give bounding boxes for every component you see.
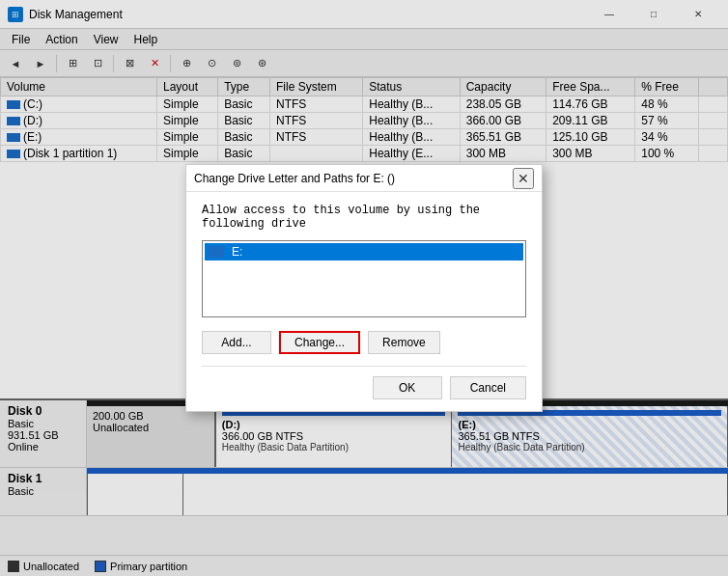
dialog-description: Allow access to this volume by using the… [202,204,526,231]
dialog-title-text: Change Drive Letter and Paths for E: () [194,172,395,185]
dialog-body: Allow access to this volume by using the… [186,192,542,411]
ok-button[interactable]: OK [373,376,442,399]
add-button[interactable]: Add... [202,331,271,354]
drive-letter-listbox[interactable]: E: [202,240,526,317]
cancel-button[interactable]: Cancel [450,376,526,399]
drive-icon [209,246,224,258]
dialog-title-bar: Change Drive Letter and Paths for E: () … [186,165,542,192]
dialog-change-drive: Change Drive Letter and Paths for E: () … [185,164,543,412]
dialog-action-buttons: Add... Change... Remove [202,331,526,354]
change-button[interactable]: Change... [279,331,360,354]
dialog-close-button[interactable]: ✕ [513,168,534,189]
listbox-item-e[interactable]: E: [205,243,523,261]
dialog-ok-cancel: OK Cancel [202,366,526,399]
dialog-overlay: Change Drive Letter and Paths for E: () … [0,0,728,576]
remove-button[interactable]: Remove [368,331,440,354]
listbox-item-label: E: [232,245,242,259]
